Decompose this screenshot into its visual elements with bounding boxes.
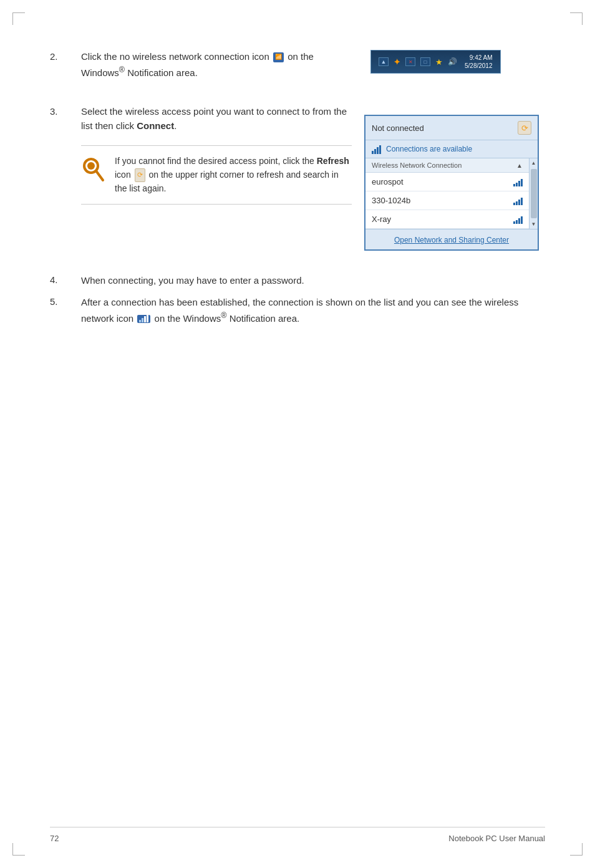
np-section-expand-icon[interactable]: ▲ xyxy=(516,162,523,169)
step-5-number: 5. xyxy=(50,295,69,326)
np-item-name-xray: X-ray xyxy=(372,215,391,224)
step-5: 5. After a connection has been establish… xyxy=(50,295,545,326)
np-header: Not connected ⟳ xyxy=(365,116,538,140)
step-4: 4. When connecting, you may have to ente… xyxy=(50,273,545,287)
step-2-text: Click the no wireless network connection… xyxy=(81,50,358,80)
taskbar-date: 5/28/2012 xyxy=(465,62,493,70)
network-panel: Not connected ⟳ Connections are availabl… xyxy=(364,115,539,251)
refresh-label: Refresh xyxy=(317,156,349,166)
signal-bar-2 xyxy=(374,149,376,154)
signal-bar-4 xyxy=(379,145,381,154)
no-wifi-icon: 📶 xyxy=(273,52,284,62)
step-4-text: When connecting, you may have to enter a… xyxy=(81,273,545,287)
refresh-icon-inline: ⟳ xyxy=(135,168,145,181)
step-5-text: After a connection has been established,… xyxy=(81,295,545,326)
taskbar-no-wifi-symbol: ✕ xyxy=(409,59,413,65)
signal-bar-3 xyxy=(377,147,379,154)
taskbar-icon-1-symbol: ▲ xyxy=(381,59,387,65)
np-connections-text: Connections are available xyxy=(386,145,472,153)
np-section-header: Wireless Network Connection ▲ xyxy=(365,158,529,173)
step-3-row: 3. Select the wireless access point you … xyxy=(50,105,545,251)
page: 2. Click the no wireless network connect… xyxy=(0,0,595,868)
np-item-name-330: 330-1024b xyxy=(372,196,410,205)
np-list: Wireless Network Connection ▲ eurospot xyxy=(365,158,529,229)
taskbar-clock: 9:42 AM 5/28/2012 xyxy=(465,54,493,70)
main-content: 2. Click the no wireless network connect… xyxy=(50,50,545,326)
np-scroll-down-button[interactable]: ▼ xyxy=(530,219,538,229)
svg-point-1 xyxy=(87,162,95,170)
tip-text: If you cannot find the desired access po… xyxy=(115,155,352,195)
np-item-xray[interactable]: X-ray xyxy=(365,210,529,229)
page-footer: 72 Notebook PC User Manual xyxy=(50,827,545,843)
np-connections-icon xyxy=(372,144,381,154)
corner-mark-tl xyxy=(12,12,25,25)
step-3-number: 3. xyxy=(50,105,69,251)
np-connections-row: Connections are available xyxy=(365,140,538,158)
step-3-network-panel: Not connected ⟳ Connections are availabl… xyxy=(364,105,545,251)
np-scroll-up-button[interactable]: ▲ xyxy=(530,158,538,168)
np-signal-xray xyxy=(513,215,523,224)
np-item-name-eurospot: eurospot xyxy=(372,177,404,186)
step-2-right: ▲ ✦ ✕ □ ★ 🔊 9:42 AM 5/28/2012 xyxy=(370,50,545,80)
taskbar-bluetooth-icon: ✦ xyxy=(394,57,400,67)
np-item-eurospot[interactable]: eurospot xyxy=(365,173,529,191)
step-2: 2. Click the no wireless network connect… xyxy=(50,50,545,80)
taskbar-time: 9:42 AM xyxy=(465,54,493,62)
np-signal-eurospot xyxy=(513,178,523,186)
np-scrollbar: ▲ ▼ xyxy=(529,158,538,229)
np-footer-link[interactable]: Open Network and Sharing Center xyxy=(394,236,509,244)
taskbar-icon-wifi: ✕ xyxy=(405,57,415,66)
np-list-area: Wireless Network Connection ▲ eurospot xyxy=(365,158,538,229)
corner-mark-br xyxy=(570,843,583,856)
taskbar-speaker-icon: 🔊 xyxy=(448,57,457,66)
magnifier-svg xyxy=(82,157,105,182)
step-2-body: Click the no wireless network connection… xyxy=(81,50,358,80)
connect-label: Connect xyxy=(137,120,174,131)
tip-magnifier-icon xyxy=(81,155,106,182)
taskbar-screenshot: ▲ ✦ ✕ □ ★ 🔊 9:42 AM 5/28/2012 xyxy=(370,50,501,74)
np-signal-330 xyxy=(513,196,523,205)
np-refresh-button[interactable]: ⟳ xyxy=(518,121,531,135)
step-3-left-wrapper: 3. Select the wireless access point you … xyxy=(50,105,352,251)
np-scroll-thumb[interactable] xyxy=(531,169,537,218)
taskbar-star-icon: ★ xyxy=(435,57,443,67)
tip-box: If you cannot find the desired access po… xyxy=(81,145,352,205)
np-section-title: Wireless Network Connection xyxy=(372,162,462,169)
wifi-connected-icon xyxy=(137,315,150,323)
signal-bar-1 xyxy=(372,151,374,154)
step-3-text: Select the wireless access point you wan… xyxy=(81,105,352,133)
step-3-body: Select the wireless access point you wan… xyxy=(81,105,352,251)
step-4-number: 4. xyxy=(50,273,69,287)
taskbar-icon-3: □ xyxy=(420,57,430,66)
np-footer: Open Network and Sharing Center xyxy=(365,229,538,249)
footer-manual-title: Notebook PC User Manual xyxy=(448,834,545,843)
taskbar-icon-1: ▲ xyxy=(379,57,389,66)
svg-line-2 xyxy=(96,171,103,180)
taskbar-icon-3-symbol: □ xyxy=(424,59,427,65)
footer-page-number: 72 xyxy=(50,834,59,843)
np-item-330-1024b[interactable]: 330-1024b xyxy=(365,191,529,210)
np-not-connected-label: Not connected xyxy=(372,123,424,133)
corner-mark-tr xyxy=(570,12,583,25)
corner-mark-bl xyxy=(12,843,25,856)
step-2-number: 2. xyxy=(50,50,69,80)
